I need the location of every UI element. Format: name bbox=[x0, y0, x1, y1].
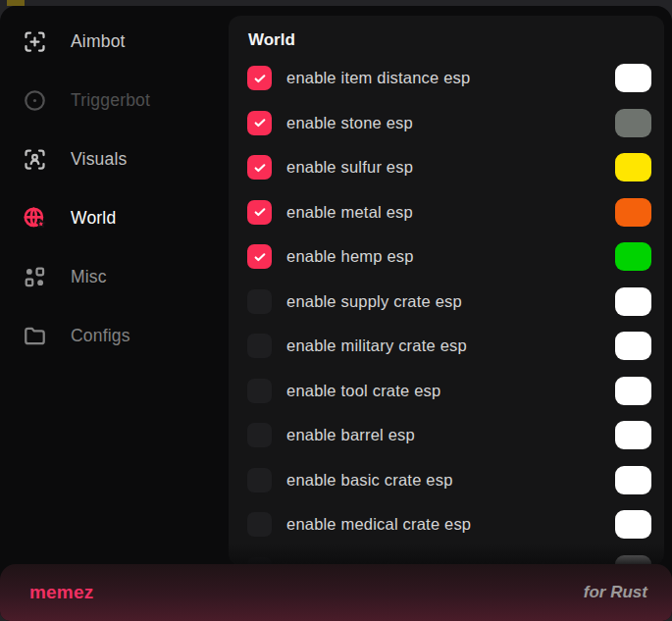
grid-shapes-icon bbox=[22, 264, 48, 290]
esp-checkbox[interactable] bbox=[247, 379, 272, 403]
esp-checkbox[interactable] bbox=[247, 423, 272, 447]
checkmark-icon bbox=[252, 71, 268, 86]
globe-star-icon bbox=[22, 205, 48, 232]
esp-checkbox[interactable] bbox=[247, 512, 272, 537]
esp-row: enable barrel esp bbox=[247, 413, 651, 458]
checkmark-icon bbox=[252, 204, 268, 220]
esp-label: enable item distance esp bbox=[286, 69, 470, 87]
color-swatch[interactable] bbox=[615, 421, 651, 449]
esp-row-cutoff bbox=[247, 547, 651, 566]
esp-checkbox[interactable] bbox=[247, 468, 272, 492]
esp-row: enable military crate esp bbox=[247, 324, 651, 369]
esp-checkbox[interactable] bbox=[247, 111, 272, 135]
color-swatch[interactable] bbox=[615, 64, 651, 92]
esp-checkbox[interactable] bbox=[247, 334, 272, 358]
sidebar-item-label: Triggerbot bbox=[71, 90, 150, 111]
color-swatch[interactable] bbox=[615, 287, 651, 316]
esp-row: enable item distance esp bbox=[247, 56, 651, 101]
color-swatch[interactable] bbox=[615, 466, 651, 494]
esp-checkbox[interactable] bbox=[247, 66, 272, 90]
esp-row: enable supply crate esp bbox=[247, 280, 651, 325]
checkmark-icon bbox=[252, 249, 268, 265]
cheat-menu-window: Aimbot Triggerbot Visuals bbox=[0, 6, 672, 621]
esp-label: enable military crate esp bbox=[286, 336, 467, 355]
sidebar-item-misc[interactable]: Misc bbox=[0, 247, 229, 306]
target-circle-icon bbox=[22, 87, 48, 114]
sidebar-item-triggerbot[interactable]: Triggerbot bbox=[0, 71, 229, 129]
folder-icon bbox=[22, 323, 48, 349]
esp-label: enable barrel esp bbox=[286, 426, 415, 444]
brand-name: memez bbox=[29, 582, 93, 603]
esp-row: enable basic crate esp bbox=[247, 458, 651, 503]
esp-checkbox[interactable] bbox=[247, 200, 272, 225]
sidebar-item-configs[interactable]: Configs bbox=[0, 306, 229, 365]
esp-checkbox[interactable] bbox=[247, 289, 272, 314]
sidebar-item-label: Aimbot bbox=[71, 31, 126, 52]
crosshair-scan-icon bbox=[22, 28, 48, 55]
person-scan-icon bbox=[22, 146, 48, 173]
world-panel: World enable item distance esp enable st… bbox=[229, 16, 664, 565]
sidebar-item-visuals[interactable]: Visuals bbox=[0, 129, 229, 188]
color-swatch[interactable] bbox=[615, 198, 651, 227]
color-swatch[interactable] bbox=[615, 332, 651, 360]
esp-label: enable medical crate esp bbox=[286, 515, 471, 534]
sidebar-item-world[interactable]: World bbox=[0, 188, 229, 247]
sidebar-item-aimbot[interactable]: Aimbot bbox=[0, 12, 229, 71]
esp-label: enable metal esp bbox=[286, 203, 413, 222]
esp-checkbox[interactable] bbox=[247, 155, 272, 180]
esp-row: enable tool crate esp bbox=[247, 369, 651, 414]
esp-row: enable stone esp bbox=[247, 101, 651, 146]
color-swatch[interactable] bbox=[615, 109, 651, 137]
sidebar-item-label: World bbox=[71, 208, 116, 229]
sidebar: Aimbot Triggerbot Visuals bbox=[0, 12, 229, 365]
checkmark-icon bbox=[252, 160, 268, 176]
esp-row: enable medical crate esp bbox=[247, 502, 651, 547]
sidebar-item-label: Configs bbox=[71, 326, 130, 346]
esp-label: enable supply crate esp bbox=[286, 292, 462, 311]
color-swatch[interactable] bbox=[615, 510, 651, 539]
checkmark-icon bbox=[252, 115, 268, 130]
esp-label: enable tool crate esp bbox=[286, 382, 440, 400]
panel-title: World bbox=[248, 30, 651, 50]
esp-label: enable basic crate esp bbox=[286, 471, 453, 490]
esp-row: enable hemp esp bbox=[247, 234, 651, 280]
sidebar-item-label: Misc bbox=[71, 267, 107, 287]
color-swatch[interactable] bbox=[615, 242, 651, 271]
esp-checkbox[interactable] bbox=[247, 244, 272, 269]
footer-bar: memez for Rust bbox=[0, 564, 672, 621]
esp-label: enable hemp esp bbox=[286, 247, 414, 266]
esp-row: enable metal esp bbox=[247, 190, 651, 235]
product-tagline: for Rust bbox=[584, 583, 647, 602]
color-swatch[interactable] bbox=[615, 377, 651, 405]
esp-label: enable stone esp bbox=[286, 114, 413, 132]
color-swatch[interactable] bbox=[615, 153, 651, 181]
sidebar-item-label: Visuals bbox=[71, 149, 128, 170]
esp-row: enable sulfur esp bbox=[247, 145, 651, 190]
esp-label: enable sulfur esp bbox=[286, 158, 413, 177]
